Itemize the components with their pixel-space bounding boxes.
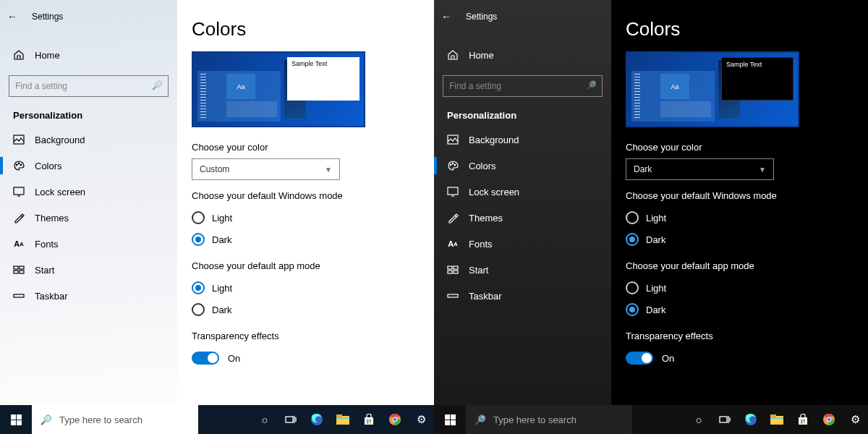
svg-rect-15 [365, 417, 373, 425]
chrome-icon[interactable] [816, 405, 842, 434]
win-mode-dark[interactable]: Dark [192, 229, 420, 250]
explorer-icon[interactable] [330, 405, 356, 434]
settings-icon[interactable]: ⚙ [842, 405, 868, 434]
color-select[interactable]: Custom ▼ [192, 158, 340, 180]
taskbar: 🔍Type here to search ○ ⚙ [0, 405, 434, 434]
transparency-toggle[interactable] [192, 352, 219, 365]
svg-rect-14 [336, 417, 349, 419]
windows-icon [11, 414, 22, 425]
cortana-icon[interactable]: ○ [686, 405, 712, 434]
win-mode-light[interactable]: Light [626, 207, 854, 229]
home-label: Home [469, 50, 494, 61]
radio-icon [626, 233, 639, 246]
color-preview: Aa Sample Text [192, 51, 365, 127]
taskbar-search[interactable]: 🔍Type here to search [32, 405, 198, 434]
edge-icon[interactable] [304, 405, 330, 434]
svg-rect-33 [720, 417, 727, 422]
app-mode-dark[interactable]: Dark [192, 299, 420, 320]
svg-rect-18 [367, 422, 369, 424]
fonts-icon: AA [13, 238, 25, 250]
category-header: Personalization [434, 97, 611, 127]
sidebar-item-start[interactable]: Start [434, 257, 611, 283]
win-mode-label: Choose your default Windows mode [626, 190, 854, 201]
app-mode-label: Choose your default app mode [192, 260, 420, 271]
sidebar-item-themes[interactable]: Themes [434, 205, 611, 231]
sidebar-item-start[interactable]: Start [0, 257, 177, 283]
home-icon [447, 49, 459, 61]
themes-icon [447, 212, 459, 224]
themes-icon [13, 212, 25, 224]
back-icon[interactable]: ← [441, 11, 451, 22]
toggle-state: On [662, 353, 674, 364]
sidebar-item-themes[interactable]: Themes [0, 205, 177, 231]
svg-rect-16 [367, 420, 369, 422]
sidebar-item-background[interactable]: Background [0, 127, 177, 153]
lockscreen-icon [13, 186, 25, 197]
taskbar-icon [13, 290, 25, 302]
sidebar-item-background[interactable]: Background [434, 127, 611, 153]
svg-rect-10 [286, 417, 293, 422]
search-wrap: 🔍 [9, 75, 169, 97]
picture-icon [13, 134, 25, 145]
toggle-state: On [228, 353, 240, 364]
svg-rect-39 [801, 420, 803, 422]
store-icon[interactable] [356, 405, 382, 434]
transparency-toggle[interactable] [626, 352, 653, 365]
chrome-icon[interactable] [382, 405, 408, 434]
sidebar-item-taskbar[interactable]: Taskbar [434, 283, 611, 309]
svg-rect-19 [370, 422, 372, 424]
home-label: Home [35, 50, 60, 61]
svg-point-2 [18, 163, 20, 164]
app-mode-dark[interactable]: Dark [626, 299, 854, 320]
svg-rect-4 [14, 187, 24, 195]
taskview-icon[interactable] [712, 405, 738, 434]
app-mode-light[interactable]: Light [192, 277, 420, 299]
svg-point-1 [16, 164, 17, 166]
win-mode-light[interactable]: Light [192, 207, 420, 229]
start-button[interactable] [434, 405, 466, 434]
sidebar-item-colors[interactable]: Colors [0, 153, 177, 179]
edge-icon[interactable] [738, 405, 764, 434]
back-icon[interactable]: ← [7, 11, 17, 22]
sidebar-item-fonts[interactable]: AAFonts [434, 231, 611, 257]
sidebar-item-fonts[interactable]: AAFonts [0, 231, 177, 257]
chevron-down-icon: ▼ [759, 166, 766, 174]
color-select-value: Dark [634, 164, 652, 174]
home-link[interactable]: Home [0, 42, 177, 68]
transparency-label: Transparency effects [192, 331, 420, 341]
chevron-down-icon: ▼ [325, 166, 332, 174]
taskbar: 🔍Type here to search ○ ⚙ [434, 405, 868, 434]
fonts-icon: AA [447, 238, 459, 250]
main-content: Colors Aa Sample Text Choose your color … [611, 0, 868, 405]
taskview-icon[interactable] [278, 405, 304, 434]
search-icon: 🔍 [586, 80, 597, 90]
titlebar: ← Settings [434, 6, 611, 27]
explorer-icon[interactable] [764, 405, 790, 434]
cortana-icon[interactable]: ○ [252, 405, 278, 434]
nav-list: Background Colors Lock screen Themes AAF… [0, 127, 177, 309]
sidebar-item-taskbar[interactable]: Taskbar [0, 283, 177, 309]
radio-icon [626, 281, 639, 294]
sidebar: ← Settings Home 🔍 Personalization Backgr… [0, 0, 177, 405]
store-icon[interactable] [790, 405, 816, 434]
preview-window: Sample Text [287, 57, 359, 101]
sidebar-item-lockscreen[interactable]: Lock screen [434, 179, 611, 205]
svg-point-45 [827, 418, 831, 422]
start-button[interactable] [0, 405, 32, 434]
color-select[interactable]: Dark ▼ [626, 158, 774, 180]
radio-icon [626, 211, 639, 224]
settings-icon[interactable]: ⚙ [408, 405, 434, 434]
home-icon [13, 49, 25, 61]
win-mode-dark[interactable]: Dark [626, 229, 854, 250]
home-link[interactable]: Home [434, 42, 611, 68]
sidebar-item-lockscreen[interactable]: Lock screen [0, 179, 177, 205]
sidebar-item-colors[interactable]: Colors [434, 153, 611, 179]
search-input[interactable] [9, 75, 169, 97]
win-mode-label: Choose your default Windows mode [192, 190, 420, 201]
page-title: Colors [192, 18, 420, 41]
app-mode-light[interactable]: Light [626, 277, 854, 299]
taskbar-search[interactable]: 🔍Type here to search [466, 405, 632, 434]
search-input[interactable] [443, 75, 603, 97]
svg-rect-36 [770, 414, 776, 417]
svg-rect-28 [448, 266, 452, 269]
